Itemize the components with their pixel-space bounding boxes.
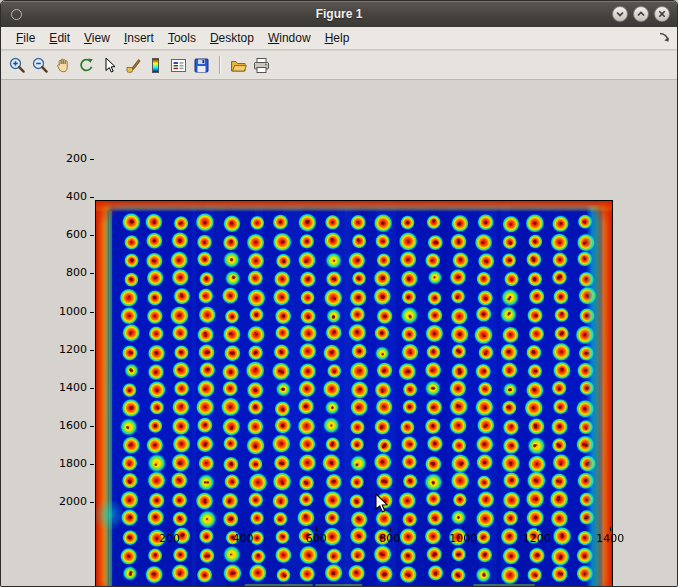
- menu-edit[interactable]: Edit: [42, 28, 77, 48]
- x-icon: [655, 7, 669, 21]
- dock-figure-icon[interactable]: [657, 31, 671, 45]
- open-folder-icon: [229, 56, 248, 75]
- y-tick-label: 1000: [47, 305, 87, 318]
- y-tick-mark: [90, 350, 94, 351]
- x-tick-label: 1200: [515, 532, 559, 545]
- axes-frame: [95, 200, 613, 587]
- tool-rotate-3d[interactable]: [75, 53, 98, 77]
- y-tick-mark: [90, 197, 94, 198]
- figure-axes-image[interactable]: [96, 201, 612, 587]
- y-tick-mark: [90, 235, 94, 236]
- x-tick-mark: [463, 527, 464, 531]
- x-tick-label: 1400: [588, 532, 632, 545]
- tool-data-cursor[interactable]: [98, 53, 121, 77]
- x-tick-label: 800: [368, 532, 412, 545]
- chevron-down-icon: [613, 7, 627, 21]
- menu-items: FileEditViewInsertToolsDesktopWindowHelp: [9, 28, 356, 48]
- save-icon: [192, 56, 211, 75]
- rotate-3d-icon: [77, 56, 96, 75]
- menu-help[interactable]: Help: [318, 28, 357, 48]
- x-tick-mark: [316, 527, 317, 531]
- x-tick-mark: [390, 527, 391, 531]
- window-controls: [612, 6, 670, 22]
- x-tick-label: 1000: [441, 532, 485, 545]
- data-cursor-icon: [100, 56, 119, 75]
- y-tick-label: 1800: [47, 457, 87, 470]
- titlebar[interactable]: Figure 1: [1, 1, 677, 27]
- pan-hand-icon: [54, 56, 73, 75]
- zoom-in-icon: [8, 56, 27, 75]
- insert-legend-icon: [169, 56, 188, 75]
- y-tick-label: 400: [47, 190, 87, 203]
- chevron-up-icon: [634, 7, 648, 21]
- tool-insert-legend[interactable]: [167, 53, 190, 77]
- x-tick-label: 200: [147, 532, 191, 545]
- menu-insert[interactable]: Insert: [117, 28, 161, 48]
- tool-brush[interactable]: [121, 53, 144, 77]
- menu-file[interactable]: File: [9, 28, 42, 48]
- close-window-button[interactable]: [654, 6, 670, 22]
- y-tick-label: 1600: [47, 419, 87, 432]
- print-icon: [252, 56, 271, 75]
- y-tick-mark: [90, 312, 94, 313]
- menu-desktop[interactable]: Desktop: [203, 28, 261, 48]
- tool-save[interactable]: [190, 53, 213, 77]
- y-tick-label: 2000: [47, 495, 87, 508]
- maximize-window-button[interactable]: [633, 6, 649, 22]
- menu-tools[interactable]: Tools: [161, 28, 203, 48]
- x-tick-label: 600: [294, 532, 338, 545]
- tool-zoom-out[interactable]: [29, 53, 52, 77]
- x-tick-mark: [169, 527, 170, 531]
- x-tick-mark: [610, 527, 611, 531]
- y-tick-mark: [90, 273, 94, 274]
- y-tick-mark: [90, 388, 94, 389]
- colorbar-icon: [146, 56, 165, 75]
- menu-bar: FileEditViewInsertToolsDesktopWindowHelp: [1, 27, 677, 50]
- x-tick-mark: [537, 527, 538, 531]
- y-tick-label: 1400: [47, 381, 87, 394]
- y-tick-mark: [90, 426, 94, 427]
- y-tick-label: 600: [47, 228, 87, 241]
- y-tick-label: 800: [47, 266, 87, 279]
- figure-toolbar: [1, 51, 677, 80]
- menu-view[interactable]: View: [77, 28, 117, 48]
- figure-window: Figure 1 FileEditViewInsertToolsDesktopW…: [0, 0, 678, 587]
- tool-print[interactable]: [250, 53, 273, 77]
- brush-icon: [123, 56, 142, 75]
- y-tick-label: 200: [47, 152, 87, 165]
- tool-pan[interactable]: [52, 53, 75, 77]
- menu-window[interactable]: Window: [261, 28, 318, 48]
- y-tick-label: 1200: [47, 343, 87, 356]
- shade-window-button[interactable]: [612, 6, 628, 22]
- tool-colorbar[interactable]: [144, 53, 167, 77]
- toolbar-separator: [219, 56, 221, 74]
- tool-open[interactable]: [227, 53, 250, 77]
- y-tick-mark: [90, 159, 94, 160]
- y-tick-mark: [90, 464, 94, 465]
- window-title: Figure 1: [1, 7, 677, 21]
- x-tick-label: 400: [221, 532, 265, 545]
- zoom-out-icon: [31, 56, 50, 75]
- figure-area: Retry Continue / Finish 2004006008001000…: [1, 81, 677, 586]
- tool-zoom-in[interactable]: [6, 53, 29, 77]
- x-tick-mark: [243, 527, 244, 531]
- y-tick-mark: [90, 502, 94, 503]
